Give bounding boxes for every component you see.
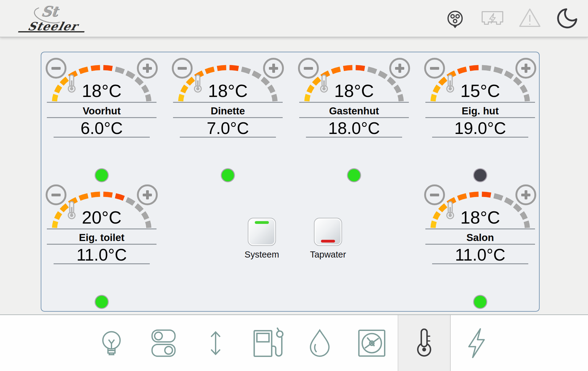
nav-tab-lights[interactable] — [85, 315, 138, 371]
set-temperature: 18°C — [417, 208, 544, 227]
thermometer-icon — [408, 327, 440, 359]
nav-tab-power[interactable] — [450, 315, 503, 371]
nav-tab-trim[interactable] — [190, 315, 242, 371]
systeem-label: Systeem — [231, 250, 292, 260]
shore-power-icon — [442, 6, 468, 31]
zone-status-dot — [95, 295, 109, 309]
systeem-toggle-button[interactable] — [248, 218, 276, 246]
actual-temperature: 6.0°C — [38, 119, 165, 137]
zone-status-dot — [473, 295, 487, 309]
divider — [173, 117, 283, 118]
zone-status-dot — [221, 168, 235, 182]
battery-charger-icon — [480, 6, 505, 31]
zone-label: Gastenhut — [291, 105, 417, 117]
divider — [425, 117, 535, 118]
climate-screen: St Steeler — [0, 0, 588, 371]
bottom-nav — [0, 314, 588, 371]
divider — [47, 228, 156, 229]
header: St Steeler — [0, 0, 588, 37]
set-temperature: 18°C — [291, 81, 417, 101]
zone-label: Eig. toilet — [38, 232, 165, 243]
divider — [47, 244, 156, 245]
divider — [299, 102, 409, 103]
nav-tab-switch-panel[interactable] — [138, 315, 190, 371]
water-drop-icon — [304, 327, 336, 359]
set-temperature: 20°C — [38, 208, 165, 227]
divider — [54, 263, 150, 264]
zone-card: 18°C Voorhut 6.0°C — [38, 52, 165, 184]
divider — [306, 137, 402, 138]
divider — [432, 137, 528, 138]
zone-status-dot — [347, 168, 361, 182]
zone-card: 18°C Dinette 7.0°C — [164, 52, 291, 184]
brand-logo: St Steeler — [9, 1, 83, 35]
zone-label: Voorhut — [38, 105, 165, 117]
zone-label: Dinette — [164, 105, 291, 117]
actual-temperature: 11.0°C — [38, 246, 165, 264]
zone-card: 20°C Eig. toilet 11.0°C — [38, 179, 165, 310]
actual-temperature: 7.0°C — [164, 119, 291, 137]
tapwater-switch-group: Tapwater — [297, 218, 359, 273]
set-temperature: 15°C — [417, 81, 544, 101]
fan-icon — [355, 327, 388, 360]
divider — [425, 102, 535, 103]
divider — [432, 263, 528, 264]
nav-tab-fuel[interactable] — [242, 315, 294, 371]
systeem-indicator — [255, 221, 269, 224]
divider — [47, 102, 156, 103]
divider — [425, 228, 535, 229]
fuel-pump-icon — [251, 326, 285, 360]
brand-monogram: St — [30, 3, 69, 20]
up-down-arrow-icon — [200, 327, 232, 359]
nav-tab-heating[interactable] — [398, 315, 450, 371]
zone-card: 18°C Gastenhut 18.0°C — [291, 52, 417, 184]
zone-label: Eig. hut — [417, 105, 544, 117]
nav-tab-water[interactable] — [294, 315, 346, 371]
system-switch-group: Systeem — [231, 218, 292, 273]
tapwater-label: Tapwater — [297, 250, 359, 260]
heating-zones-panel: 18°C Voorhut 6.0°C 18°C Dinette 7.0°C — [41, 52, 540, 312]
tapwater-indicator — [321, 240, 335, 243]
divider — [180, 137, 276, 138]
zone-label: Salon — [417, 232, 544, 243]
light-bulb-icon — [96, 327, 127, 359]
night-mode-icon[interactable] — [554, 6, 580, 31]
header-status-icons — [442, 0, 580, 37]
brand-wordmark: Steeler — [19, 20, 87, 33]
set-temperature: 18°C — [38, 81, 165, 101]
switches-icon — [148, 327, 179, 359]
alarm-warning-icon — [517, 6, 543, 31]
nav-tab-ventilation[interactable] — [346, 315, 398, 371]
tapwater-toggle-button[interactable] — [314, 218, 342, 246]
actual-temperature: 19.0°C — [417, 119, 544, 137]
set-temperature: 18°C — [164, 81, 291, 101]
divider — [173, 102, 283, 103]
divider — [425, 244, 535, 245]
zone-card: 18°C Salon 11.0°C — [417, 179, 544, 310]
actual-temperature: 18.0°C — [291, 119, 417, 137]
divider — [299, 117, 409, 118]
lightning-icon — [461, 327, 492, 359]
divider — [47, 117, 156, 118]
actual-temperature: 11.0°C — [417, 246, 544, 264]
zone-card: 15°C Eig. hut 19.0°C — [417, 52, 544, 184]
divider — [54, 137, 150, 138]
